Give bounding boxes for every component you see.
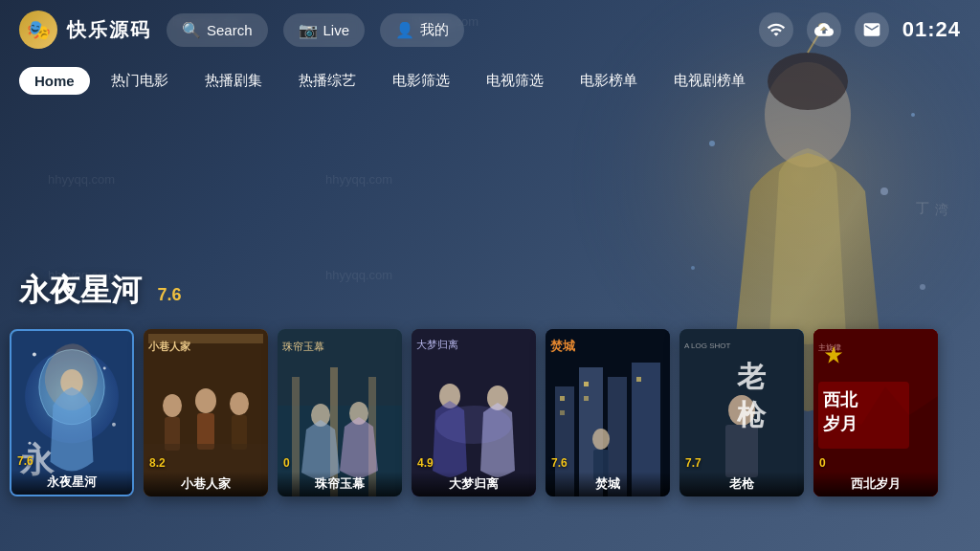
mail-button[interactable] (855, 12, 889, 47)
search-label: Search (207, 22, 253, 38)
card-6-title: 老枪 (679, 472, 804, 496)
banner-rating: 7.6 (157, 285, 181, 305)
category-nav: Home 热门电影 热播剧集 热播综艺 电影筛选 电视筛选 电影榜单 电视剧榜单 (0, 59, 980, 101)
card-6-score: 7.7 (685, 456, 702, 470)
cat-variety[interactable]: 热播综艺 (283, 66, 371, 96)
header-right: 01:24 (759, 12, 961, 47)
wifi-button[interactable] (759, 12, 793, 47)
logo-area: 🎭 快乐源码 (19, 11, 151, 49)
svg-rect-59 (725, 425, 758, 477)
card-1[interactable]: 永 7.6 永夜星河 (10, 329, 134, 496)
svg-text:大梦归离: 大梦归离 (416, 339, 458, 350)
cat-movie-filter[interactable]: 电影筛选 (377, 66, 465, 96)
logo-icon: 🎭 (19, 11, 57, 49)
cat-tv-filter[interactable]: 电视筛选 (471, 66, 559, 96)
svg-point-17 (112, 423, 116, 427)
card-1-score: 7.6 (17, 454, 33, 468)
cat-movie-chart[interactable]: 电影榜单 (565, 66, 653, 96)
live-icon: 📷 (299, 21, 318, 39)
svg-rect-52 (636, 377, 641, 382)
card-3[interactable]: 珠帘玉幕 0 珠帘玉幕 (278, 329, 402, 496)
svg-text:小巷人家: 小巷人家 (147, 341, 191, 352)
svg-text:西北: 西北 (823, 390, 858, 409)
card-5-title: 焚城 (546, 472, 670, 496)
banner-title: 永夜星河 (19, 273, 142, 307)
cards-row: 永 7.6 永夜星河 小巷人家 8 (0, 329, 980, 496)
svg-rect-51 (584, 396, 589, 401)
banner-area: 永夜星河 7.6 (0, 101, 980, 321)
card-5-score: 7.6 (551, 456, 568, 470)
card-7-score: 0 (819, 456, 826, 470)
svg-text:珠帘玉幕: 珠帘玉幕 (282, 341, 324, 352)
card-3-score: 0 (283, 456, 290, 470)
svg-point-22 (163, 394, 182, 417)
cat-tv[interactable]: 热播剧集 (189, 66, 278, 96)
svg-point-16 (103, 367, 106, 370)
svg-rect-49 (560, 410, 565, 415)
svg-point-15 (33, 352, 36, 356)
card-5[interactable]: 焚城 7.6 焚城 (546, 329, 670, 496)
user-icon: 👤 (395, 21, 414, 39)
svg-point-26 (230, 392, 249, 415)
svg-text:焚城: 焚城 (549, 339, 576, 353)
card-1-title: 永夜星河 (11, 470, 132, 495)
cat-movies[interactable]: 热门电影 (96, 66, 184, 96)
card-3-title: 珠帘玉幕 (278, 472, 402, 496)
card-7[interactable]: 西北 岁月 主旋律 0 西北岁月 (813, 329, 938, 496)
search-button[interactable]: 🔍 Search (167, 13, 268, 47)
cloud-button[interactable] (807, 12, 841, 47)
card-2-title: 小巷人家 (144, 472, 268, 496)
card-4-title: 大梦归离 (412, 472, 536, 496)
card-2-score: 8.2 (149, 456, 166, 470)
card-2[interactable]: 小巷人家 8.2 小巷人家 (144, 329, 268, 496)
svg-point-24 (195, 388, 216, 413)
wifi-icon (767, 20, 786, 39)
card-6[interactable]: A LOG SHOT 老 枪 7.7 老枪 (679, 329, 804, 496)
app-title: 快乐源码 (67, 17, 151, 43)
svg-rect-48 (560, 396, 565, 401)
svg-text:老: 老 (736, 361, 767, 392)
svg-text:枪: 枪 (736, 399, 768, 430)
svg-text:岁月: 岁月 (822, 414, 858, 433)
cloud-icon (814, 20, 834, 39)
user-button[interactable]: 👤 我的 (380, 13, 464, 47)
card-4-score: 4.9 (417, 456, 434, 470)
card-4[interactable]: 大梦归离 4.9 大梦归离 (412, 329, 536, 496)
cat-tv-chart[interactable]: 电视剧榜单 (658, 66, 761, 96)
header: 🎭 快乐源码 🔍 Search 📷 Live 👤 我的 01:2 (0, 0, 980, 59)
svg-rect-50 (584, 382, 589, 386)
live-button[interactable]: 📷 Live (283, 13, 366, 47)
svg-text:A LOG SHOT: A LOG SHOT (684, 342, 731, 350)
mail-icon (862, 20, 881, 39)
user-label: 我的 (420, 21, 449, 39)
live-label: Live (323, 22, 350, 38)
time-display: 01:24 (902, 17, 961, 42)
banner-title-row: 永夜星河 7.6 (19, 270, 961, 312)
svg-point-53 (592, 429, 610, 450)
search-icon: 🔍 (182, 21, 201, 39)
svg-text:主旋律: 主旋律 (818, 343, 841, 352)
card-7-title: 西北岁月 (813, 472, 938, 496)
cat-home[interactable]: Home (19, 67, 90, 95)
svg-point-41 (435, 406, 512, 444)
